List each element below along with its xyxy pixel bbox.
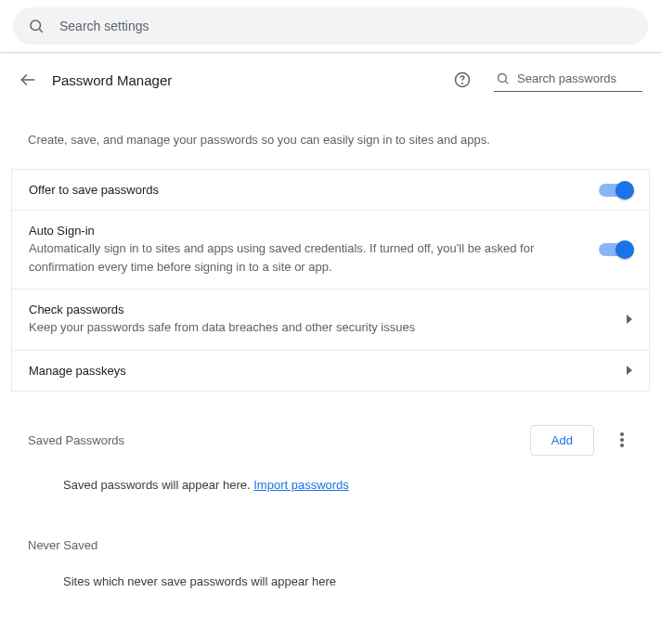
saved-empty-prefix: Saved passwords will appear here. [63, 478, 253, 492]
svg-point-9 [620, 444, 624, 447]
svg-point-4 [462, 83, 463, 84]
help-icon[interactable] [453, 71, 472, 89]
page-title: Password Manager [52, 72, 438, 88]
saved-passwords-title: Saved Passwords [28, 433, 530, 447]
offer-save-row: Offer to save passwords [12, 170, 649, 211]
saved-passwords-empty: Saved passwords will appear here. Import… [11, 465, 650, 505]
svg-line-1 [39, 29, 42, 32]
saved-passwords-header: Saved Passwords Add [11, 392, 650, 465]
auto-signin-toggle[interactable] [599, 243, 632, 256]
settings-search-input[interactable] [59, 19, 633, 33]
auto-signin-sub: Automatically sign in to sites and apps … [29, 239, 599, 276]
search-icon [28, 18, 45, 34]
chevron-right-icon [627, 315, 632, 324]
svg-point-0 [31, 20, 41, 31]
check-passwords-row[interactable]: Check passwords Keep your passwords safe… [12, 290, 649, 351]
intro-text: Create, save, and manage your passwords … [11, 99, 650, 169]
svg-line-6 [505, 81, 508, 84]
add-button[interactable]: Add [530, 425, 594, 456]
password-search-input[interactable] [517, 71, 661, 85]
manage-passkeys-title: Manage passkeys [29, 364, 627, 378]
offer-save-toggle[interactable] [599, 184, 632, 197]
import-passwords-link[interactable]: Import passwords [253, 478, 349, 492]
page-header: Password Manager [11, 53, 650, 99]
check-passwords-sub: Keep your passwords safe from data breac… [29, 318, 627, 337]
back-arrow-icon[interactable] [19, 71, 37, 89]
search-icon [496, 71, 510, 85]
password-search[interactable] [494, 68, 642, 92]
chevron-right-icon [627, 366, 632, 375]
check-passwords-title: Check passwords [29, 303, 627, 316]
auto-signin-row: Auto Sign-in Automatically sign in to si… [12, 211, 649, 290]
auto-signin-title: Auto Sign-in [29, 224, 599, 238]
never-saved-title: Never Saved [28, 538, 633, 552]
never-saved-header: Never Saved [11, 505, 650, 561]
never-saved-empty: Sites which never save passwords will ap… [11, 561, 650, 601]
more-vert-icon[interactable] [611, 429, 633, 451]
offer-save-title: Offer to save passwords [29, 183, 599, 197]
svg-point-7 [620, 432, 624, 436]
manage-passkeys-row[interactable]: Manage passkeys [12, 351, 649, 391]
svg-point-8 [620, 438, 624, 442]
settings-search-bar[interactable] [13, 7, 648, 45]
svg-point-5 [499, 74, 507, 83]
